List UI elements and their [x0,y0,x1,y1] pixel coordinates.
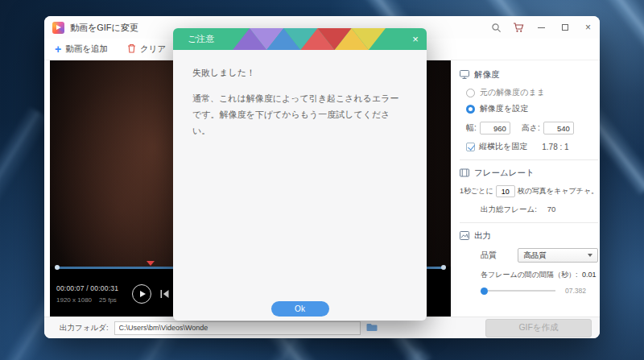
lock-aspect-checkbox[interactable] [466,143,475,151]
total-frames-label: 出力総フレーム: [481,205,537,215]
quality-dropdown[interactable]: 高品質 [518,248,598,263]
capture-suffix: 枚の写真をキャプチャ。 [518,186,598,197]
video-resolution: 1920 x 1080 [56,296,92,304]
output-folder-input[interactable] [114,321,361,335]
dialog-body: 失敗しました！ 通常、これは解像度によって引き起こされるエラーです。解像度を下げ… [173,50,427,155]
interval-slider-track[interactable] [488,290,555,292]
time-info: 00:00:07 / 00:00:31 1920 x 1080 25 fps [56,284,129,304]
notice-dialog: ご注意 × 失敗しました！ 通常、これは解像度によって引き起こされるエラーです。… [173,28,427,321]
clear-button[interactable]: クリア [127,43,166,55]
previous-frame-button[interactable] [160,287,169,301]
window-title: 動画をGIFに変更 [70,22,138,34]
set-resolution-label: 解像度を設定 [480,103,528,114]
minimize-button[interactable] [530,16,553,39]
create-gif-button[interactable]: GIFを作成 [485,319,592,337]
folder-icon[interactable] [366,321,378,335]
dialog-header[interactable]: ご注意 × [173,28,427,50]
plus-icon: + [55,45,61,53]
app-logo-icon [52,22,64,34]
time-display: 00:00:07 / 00:00:31 [56,284,129,292]
keep-original-option[interactable]: 元の解像度のまま [466,87,598,98]
height-label: 高さ: [522,122,540,134]
settings-panel: 解像度 元の解像度のまま 解像度を設定 幅: 高さ: [451,60,600,317]
interval-row: 各フレームの間の間隔（秒）: 0.01 [481,270,598,280]
aspect-ratio-value: 1.78 : 1 [542,143,568,151]
output-icon [460,231,469,242]
capture-prefix: 1秒ごとに [460,186,493,197]
interval-label: 各フレームの間の間隔（秒）: [481,271,578,279]
minimize-icon [538,27,545,28]
dialog-message: 通常、これは解像度によって引き起こされるエラーです。解像度を下げてからもう一度試… [192,91,407,139]
ok-button[interactable]: Ok [271,301,329,317]
close-icon: × [585,22,591,33]
section-divider [460,159,598,160]
keep-original-label: 元の解像度のまま [480,87,545,98]
maximize-icon [562,24,568,31]
height-input[interactable] [543,122,574,134]
play-icon [140,291,146,297]
width-label: 幅: [466,122,477,134]
maximize-button[interactable] [553,16,576,39]
capture-count-input[interactable] [496,185,515,197]
video-fps: 25 fps [99,296,117,304]
dialog-title: ご注意 [188,33,214,45]
aspect-ratio-row: 縦横比を固定 1.78 : 1 [466,141,598,152]
quality-label: 品質 [481,250,497,261]
output-folder-label: 出力フォルダ: [60,323,109,333]
desktop-background: 動画をGIFに変更 × + 動画を追加 [0,0,644,360]
bunting-decoration-icon [233,28,386,53]
close-icon: × [412,33,419,45]
set-resolution-option[interactable]: 解像度を設定 [466,103,598,114]
radio-selected-icon[interactable] [466,105,475,114]
interval-value: 0.01 [582,271,597,279]
search-icon[interactable] [485,16,507,39]
output-title: 出力 [474,230,491,242]
time-mark-label: 07.382 [565,287,586,295]
timeline-marker[interactable] [147,261,155,270]
play-button[interactable] [132,284,151,304]
radio-unselected-icon[interactable] [466,89,475,97]
close-button[interactable]: × [576,16,600,39]
interval-slider-thumb[interactable] [481,288,488,295]
add-video-label: 動画を追加 [65,43,108,55]
total-frames-row: 出力総フレーム: 70 [481,205,598,215]
cart-icon[interactable] [507,16,530,39]
resolution-section-header: 解像度 [460,69,598,81]
section-divider [460,222,598,223]
dialog-close-button[interactable]: × [404,28,427,50]
chevron-down-icon [588,254,592,257]
monitor-icon [460,70,469,81]
add-video-button[interactable]: + 動画を追加 [55,43,108,55]
framerate-title: フレームレート [474,168,535,179]
size-inputs-row: 幅: 高さ: [466,122,598,134]
width-input[interactable] [480,122,510,134]
quality-value: 高品質 [523,250,547,261]
lock-aspect-label: 縦横比を固定 [479,141,527,152]
dialog-heading: 失敗しました！ [192,67,407,79]
output-section-header: 出力 [460,230,598,242]
total-frames-value: 70 [547,205,556,215]
timeline-end-handle[interactable] [441,265,446,270]
quality-row: 品質 高品質 [481,248,598,263]
previous-frame-icon [160,287,169,301]
framerate-section-header: フレームレート [460,168,598,179]
timeline-start-handle[interactable] [55,265,60,270]
framerate-icon [460,168,469,179]
capture-rate-row: 1秒ごとに 枚の写真をキャプチャ。 [460,185,598,197]
interval-slider-row: 07.382 [481,287,598,295]
resolution-title: 解像度 [474,69,500,81]
clear-label: クリア [140,43,166,55]
trash-icon [127,43,136,55]
